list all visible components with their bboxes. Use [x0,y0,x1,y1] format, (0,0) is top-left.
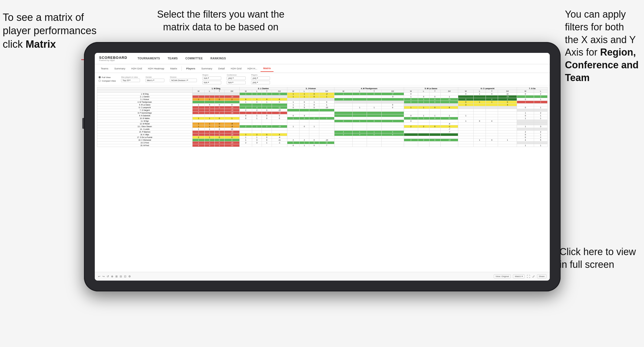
tablet-screen: SCOREBOARD Powered by clippd TOURNAMENTS… [95,53,550,281]
tablet-frame: SCOREBOARD Powered by clippd TOURNAMENTS… [84,42,561,291]
row-header-empty [97,87,193,90]
region-filter: Region N/A ▾ N/A ▾ [202,74,221,84]
settings-icon[interactable]: ⚙ [128,275,131,278]
filter-bar: Full View Compact View Max players in vi… [95,73,550,85]
zoom-out-icon[interactable]: ⊟ [120,275,122,278]
table-row: 17. S De La Fuente 2100 110-8 02 [97,136,548,139]
compact-view-dot [99,80,101,82]
conference-select[interactable]: (All) ▾ [227,76,246,80]
conference-filter: Conference (All) ▾ N/A ▾ [227,74,246,84]
nav-bar: SCOREBOARD Powered by clippd TOURNAMENTS… [95,53,550,64]
logo: SCOREBOARD Powered by clippd [99,56,127,61]
table-row: 16. K Vilips 210-25 2204 3308 01 [97,133,548,136]
table-row: 3. J Koivun 1102 0100 2 01013 040 01 [97,98,548,101]
gender-select[interactable]: Men's ▾ [145,79,164,82]
table-row: 18. C Sherwood 1300 130-11 220-10 220-10… [97,139,548,142]
compact-view-radio[interactable]: Compact View [99,80,116,82]
nav-committee[interactable]: COMMITTEE [185,56,204,61]
subheader-empty [97,90,193,93]
tab-players[interactable]: Players [183,65,198,72]
tab-summary2[interactable]: Summary [199,65,215,72]
table-row: 15. P Maichon 310-19 4110 -7 22 [97,131,548,133]
division-filter: Division NCAA Division I ▾ [170,76,197,82]
full-view-dot [99,76,101,78]
tab-h2h-grid2[interactable]: H2H Grid [228,65,244,72]
table-row: 1. W Ding 12011 110-2 12017 0 01013 02 [97,93,548,95]
tab-matrix[interactable]: Matrix [167,65,180,72]
col-header-3: 3. J Koivun [287,87,334,90]
col-header-6: 6. C Lamprecht [458,87,517,90]
cursor-icon[interactable]: ⊕ [111,275,113,278]
fit-icon[interactable]: ⊡ [124,275,126,278]
tabs-bar: Teams Summary H2H Grid H2H Heatmap Matri… [95,64,550,73]
nav-teams[interactable]: TEAMS [167,56,178,61]
grid-area: 1. W Ding 2. L Clanton 3. J Koivun 4. M … [95,85,550,272]
table-row: 4. M Thorbjornsen 1010 1010 0101 0110 11 [97,101,548,104]
table-row: 11. M Ege 0101 0 104 [97,120,548,123]
table-row: 6. C Lamprecht 230-10 241-11 050-10 110 … [97,106,548,109]
annotation-axis: You can apply filters for both the X axi… [565,8,639,84]
tab-teams[interactable]: Teams [98,65,111,72]
tab-h2h-h[interactable]: H2H H... [245,65,260,72]
expand-icon[interactable]: ⤢ [532,275,535,278]
refresh-icon[interactable]: ↺ [107,275,109,278]
region-select2[interactable]: N/A ▾ [202,81,221,84]
tab-summary[interactable]: Summary [112,65,128,72]
table-row: 10. B Valdes 1101 0100 1001 01011 11 [97,117,548,120]
players-filter: Players (All) ▾ (All) ▾ [251,74,270,84]
col-header-4: 4. M Thorbjornsen [334,87,404,90]
annotation-matrix: To see a matrix of player performances c… [3,11,96,51]
table-row: 7. G Sargent 20-16 220-15 [97,109,548,112]
undo-icon[interactable]: ↩ [98,275,100,278]
tab-h2h-grid[interactable]: H2H Grid [129,65,145,72]
gender-filter: Gender Men's ▾ [145,76,164,82]
col-header-1: 1. W Ding [192,87,239,90]
nav-tournaments[interactable]: TOURNAMENTS [137,56,161,61]
table-row: 13. J Skov Olesen 110-3 210-15 101 220-1… [97,125,548,128]
players-select[interactable]: (All) ▾ [251,76,270,80]
tab-h2h-heatmap[interactable]: H2H Heatmap [145,65,167,72]
table-row: 2. L Clanton 210-16 1101 -0 1001 -24 22 [97,95,548,98]
conference-select2[interactable]: N/A ▾ [227,81,246,84]
table-row: 9. N Gabrelcik 0100 03 0111 1 01 [97,114,548,117]
players-select2[interactable]: (All) ▾ [251,81,270,84]
max-players-select[interactable]: Top 25 ▾ [121,79,140,82]
table-row: 14. J Lundin 11010 -7 [97,128,548,131]
table-row: 20. M Ford 331-11 0107 11 [97,144,548,147]
tab-detail[interactable]: Detail [216,65,227,72]
table-row: 5. M La Sasso 1506 1101 0 33 [97,104,548,106]
max-players-filter: Max players in view Top 25 ▾ [121,76,140,82]
redo-icon[interactable]: ↪ [102,275,105,278]
col-header-2: 2. L Clanton [240,87,287,90]
nav-rankings[interactable]: RANKINGS [210,56,226,61]
bottom-bar: ↩ ↪ ↺ ⊕ ⊞ ⊟ ⊡ ⚙ View: Original Watch ▾ ⛶… [95,272,550,281]
zoom-in-icon[interactable]: ⊞ [115,275,118,278]
view-options: Full View Compact View [99,76,116,82]
bottom-tools: ↩ ↪ ↺ ⊕ ⊞ ⊟ ⊡ ⚙ [98,275,131,278]
table-row: 8. P Summerhays 512-46 220-16 12 [97,112,548,114]
view-button[interactable]: View: Original [494,274,511,278]
division-select[interactable]: NCAA Division I ▾ [170,79,197,82]
matrix-table: 1. W Ding 2. L Clanton 3. J Koivun 4. M … [97,87,548,147]
col-header-7: 7. G Sa [517,87,548,90]
annotation-fullscreen: Click here to view in full screen [560,246,636,271]
full-view-radio[interactable]: Full View [99,76,116,79]
table-row: 19. D Ford 220-20 231-1 01013 [97,142,548,144]
table-row: 12. M Riedel 110-6 -6 [97,123,548,125]
watch-button[interactable]: Watch ▾ [513,274,525,278]
col-header-5: 5. M La Sasso [404,87,458,90]
annotation-filters: Select the filters you want the matrix d… [157,8,284,34]
tab-matrix-active[interactable]: Matrix [261,65,274,72]
fullscreen-icon[interactable]: ⛶ [527,275,530,278]
region-select[interactable]: N/A ▾ [202,76,221,80]
share-button[interactable]: Share [537,274,547,278]
